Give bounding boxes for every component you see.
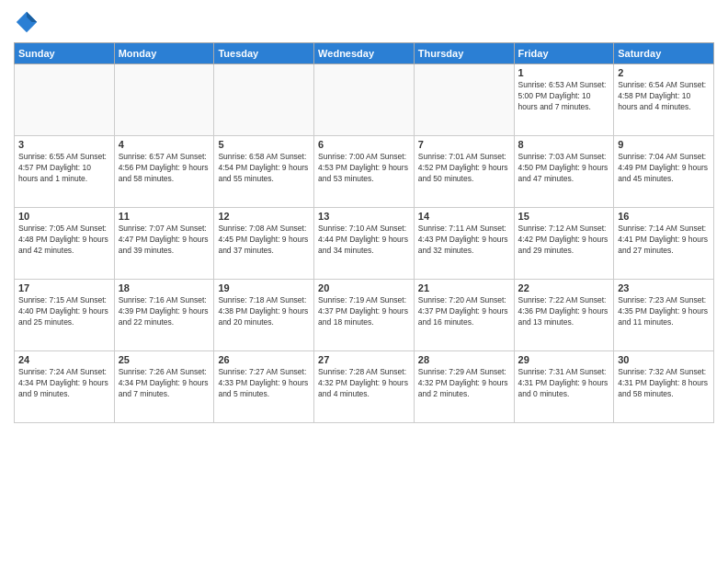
- calendar-cell: 11Sunrise: 7:07 AM Sunset: 4:47 PM Dayli…: [114, 208, 214, 280]
- logo: [14, 9, 43, 35]
- day-info: Sunrise: 7:28 AM Sunset: 4:32 PM Dayligh…: [318, 367, 410, 400]
- day-number: 16: [618, 211, 710, 222]
- calendar-cell: 5Sunrise: 6:58 AM Sunset: 4:54 PM Daylig…: [214, 136, 314, 208]
- day-info: Sunrise: 7:29 AM Sunset: 4:32 PM Dayligh…: [418, 367, 510, 400]
- calendar-cell: 22Sunrise: 7:22 AM Sunset: 4:36 PM Dayli…: [514, 280, 614, 351]
- day-info: Sunrise: 7:19 AM Sunset: 4:37 PM Dayligh…: [318, 295, 410, 328]
- day-number: 6: [318, 139, 410, 150]
- calendar-cell: 20Sunrise: 7:19 AM Sunset: 4:37 PM Dayli…: [314, 280, 415, 351]
- week-row-5: 24Sunrise: 7:24 AM Sunset: 4:34 PM Dayli…: [15, 351, 714, 423]
- logo-icon: [14, 9, 40, 35]
- week-row-1: 1Sunrise: 6:53 AM Sunset: 5:00 PM Daylig…: [15, 64, 714, 136]
- calendar-cell: 21Sunrise: 7:20 AM Sunset: 4:37 PM Dayli…: [414, 280, 514, 351]
- day-info: Sunrise: 7:32 AM Sunset: 4:31 PM Dayligh…: [618, 367, 710, 400]
- day-number: 12: [218, 211, 310, 222]
- weekday-header-friday: Friday: [514, 43, 614, 64]
- day-number: 10: [18, 211, 110, 222]
- day-info: Sunrise: 7:08 AM Sunset: 4:45 PM Dayligh…: [218, 224, 310, 257]
- calendar-cell: 23Sunrise: 7:23 AM Sunset: 4:35 PM Dayli…: [614, 280, 714, 351]
- calendar-cell: 18Sunrise: 7:16 AM Sunset: 4:39 PM Dayli…: [114, 280, 214, 351]
- calendar-cell: 3Sunrise: 6:55 AM Sunset: 4:57 PM Daylig…: [15, 136, 115, 208]
- day-info: Sunrise: 7:18 AM Sunset: 4:38 PM Dayligh…: [218, 295, 310, 328]
- day-info: Sunrise: 7:00 AM Sunset: 4:53 PM Dayligh…: [318, 152, 410, 185]
- calendar-cell: 16Sunrise: 7:14 AM Sunset: 4:41 PM Dayli…: [614, 208, 714, 280]
- day-info: Sunrise: 6:55 AM Sunset: 4:57 PM Dayligh…: [18, 152, 110, 185]
- calendar-cell: [314, 64, 415, 136]
- calendar-cell: 14Sunrise: 7:11 AM Sunset: 4:43 PM Dayli…: [414, 208, 514, 280]
- day-number: 13: [318, 211, 410, 222]
- day-number: 4: [119, 139, 210, 150]
- day-number: 17: [18, 282, 110, 293]
- day-info: Sunrise: 7:05 AM Sunset: 4:48 PM Dayligh…: [18, 224, 110, 257]
- day-number: 28: [418, 354, 510, 365]
- day-info: Sunrise: 7:07 AM Sunset: 4:47 PM Dayligh…: [119, 224, 210, 257]
- calendar-cell: 13Sunrise: 7:10 AM Sunset: 4:44 PM Dayli…: [314, 208, 415, 280]
- calendar-cell: 7Sunrise: 7:01 AM Sunset: 4:52 PM Daylig…: [414, 136, 514, 208]
- day-number: 21: [418, 282, 510, 293]
- calendar-cell: 15Sunrise: 7:12 AM Sunset: 4:42 PM Dayli…: [514, 208, 614, 280]
- week-row-4: 17Sunrise: 7:15 AM Sunset: 4:40 PM Dayli…: [15, 280, 714, 351]
- day-info: Sunrise: 6:53 AM Sunset: 5:00 PM Dayligh…: [518, 80, 610, 113]
- day-number: 3: [18, 139, 110, 150]
- day-number: 24: [18, 354, 110, 365]
- calendar-cell: [214, 64, 314, 136]
- day-number: 22: [518, 282, 610, 293]
- weekday-header-tuesday: Tuesday: [214, 43, 314, 64]
- day-number: 30: [618, 354, 710, 365]
- calendar-cell: 2Sunrise: 6:54 AM Sunset: 4:58 PM Daylig…: [614, 64, 714, 136]
- calendar-cell: 26Sunrise: 7:27 AM Sunset: 4:33 PM Dayli…: [214, 351, 314, 423]
- calendar-cell: [114, 64, 214, 136]
- day-number: 5: [218, 139, 310, 150]
- day-info: Sunrise: 7:22 AM Sunset: 4:36 PM Dayligh…: [518, 295, 610, 328]
- day-number: 29: [518, 354, 610, 365]
- calendar-cell: 6Sunrise: 7:00 AM Sunset: 4:53 PM Daylig…: [314, 136, 415, 208]
- calendar-cell: [15, 64, 115, 136]
- day-number: 27: [318, 354, 410, 365]
- week-row-2: 3Sunrise: 6:55 AM Sunset: 4:57 PM Daylig…: [15, 136, 714, 208]
- weekday-header-saturday: Saturday: [614, 43, 714, 64]
- day-number: 1: [518, 67, 610, 78]
- day-info: Sunrise: 7:12 AM Sunset: 4:42 PM Dayligh…: [518, 224, 610, 257]
- day-number: 19: [218, 282, 310, 293]
- header: [14, 9, 714, 35]
- weekday-header-sunday: Sunday: [15, 43, 115, 64]
- day-number: 14: [418, 211, 510, 222]
- weekday-header-wednesday: Wednesday: [314, 43, 415, 64]
- weekday-header-thursday: Thursday: [414, 43, 514, 64]
- page-container: SundayMondayTuesdayWednesdayThursdayFrid…: [0, 0, 728, 432]
- calendar-cell: 8Sunrise: 7:03 AM Sunset: 4:50 PM Daylig…: [514, 136, 614, 208]
- calendar-cell: 28Sunrise: 7:29 AM Sunset: 4:32 PM Dayli…: [414, 351, 514, 423]
- calendar-cell: 9Sunrise: 7:04 AM Sunset: 4:49 PM Daylig…: [614, 136, 714, 208]
- weekday-header-monday: Monday: [114, 43, 214, 64]
- day-info: Sunrise: 6:58 AM Sunset: 4:54 PM Dayligh…: [218, 152, 310, 185]
- calendar-table: SundayMondayTuesdayWednesdayThursdayFrid…: [14, 42, 714, 423]
- day-info: Sunrise: 7:04 AM Sunset: 4:49 PM Dayligh…: [618, 152, 710, 185]
- calendar-cell: 27Sunrise: 7:28 AM Sunset: 4:32 PM Dayli…: [314, 351, 415, 423]
- day-info: Sunrise: 7:16 AM Sunset: 4:39 PM Dayligh…: [119, 295, 210, 328]
- calendar-cell: 12Sunrise: 7:08 AM Sunset: 4:45 PM Dayli…: [214, 208, 314, 280]
- day-number: 23: [618, 282, 710, 293]
- day-number: 7: [418, 139, 510, 150]
- day-info: Sunrise: 7:15 AM Sunset: 4:40 PM Dayligh…: [18, 295, 110, 328]
- day-info: Sunrise: 6:57 AM Sunset: 4:56 PM Dayligh…: [119, 152, 210, 185]
- day-info: Sunrise: 7:14 AM Sunset: 4:41 PM Dayligh…: [618, 224, 710, 257]
- day-number: 25: [119, 354, 210, 365]
- calendar-cell: 10Sunrise: 7:05 AM Sunset: 4:48 PM Dayli…: [15, 208, 115, 280]
- day-number: 9: [618, 139, 710, 150]
- calendar-cell: 30Sunrise: 7:32 AM Sunset: 4:31 PM Dayli…: [614, 351, 714, 423]
- day-info: Sunrise: 7:01 AM Sunset: 4:52 PM Dayligh…: [418, 152, 510, 185]
- calendar-cell: 25Sunrise: 7:26 AM Sunset: 4:34 PM Dayli…: [114, 351, 214, 423]
- calendar-cell: 4Sunrise: 6:57 AM Sunset: 4:56 PM Daylig…: [114, 136, 214, 208]
- day-info: Sunrise: 7:23 AM Sunset: 4:35 PM Dayligh…: [618, 295, 710, 328]
- calendar-cell: 29Sunrise: 7:31 AM Sunset: 4:31 PM Dayli…: [514, 351, 614, 423]
- day-number: 2: [618, 67, 710, 78]
- day-number: 15: [518, 211, 610, 222]
- calendar-cell: [414, 64, 514, 136]
- day-number: 8: [518, 139, 610, 150]
- day-info: Sunrise: 7:31 AM Sunset: 4:31 PM Dayligh…: [518, 367, 610, 400]
- weekday-header-row: SundayMondayTuesdayWednesdayThursdayFrid…: [15, 43, 714, 64]
- day-info: Sunrise: 7:27 AM Sunset: 4:33 PM Dayligh…: [218, 367, 310, 400]
- day-info: Sunrise: 7:26 AM Sunset: 4:34 PM Dayligh…: [119, 367, 210, 400]
- day-info: Sunrise: 7:11 AM Sunset: 4:43 PM Dayligh…: [418, 224, 510, 257]
- calendar-cell: 1Sunrise: 6:53 AM Sunset: 5:00 PM Daylig…: [514, 64, 614, 136]
